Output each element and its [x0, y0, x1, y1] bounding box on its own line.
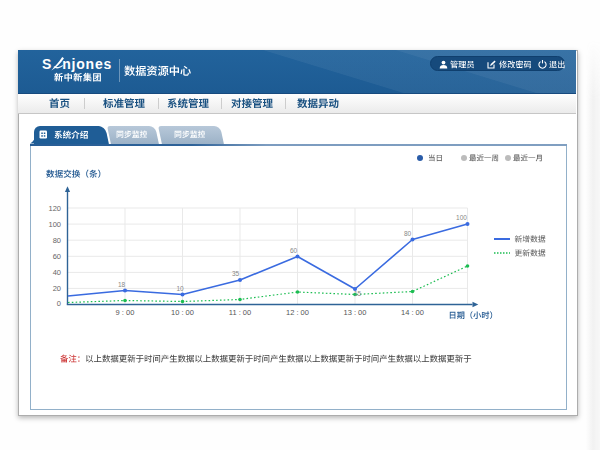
svg-text:15: 15: [354, 290, 362, 297]
svg-text:40: 40: [53, 268, 61, 277]
svg-text:18: 18: [118, 281, 126, 288]
svg-text:60: 60: [53, 252, 61, 261]
svg-text:60: 60: [290, 247, 298, 254]
svg-text:80: 80: [404, 230, 412, 237]
svg-text:0: 0: [57, 299, 61, 308]
svg-text:100: 100: [48, 220, 61, 229]
svg-text:11 : 00: 11 : 00: [229, 308, 251, 317]
svg-text:12 : 00: 12 : 00: [286, 308, 309, 317]
svg-text:14 : 00: 14 : 00: [401, 308, 424, 317]
svg-text:20: 20: [53, 284, 61, 293]
svg-text:120: 120: [48, 204, 61, 213]
svg-text:13 : 00: 13 : 00: [344, 308, 367, 317]
svg-text:10 : 00: 10 : 00: [171, 308, 194, 317]
svg-text:100: 100: [456, 214, 467, 221]
svg-text:80: 80: [53, 236, 61, 245]
svg-text:35: 35: [232, 270, 240, 277]
svg-text:10: 10: [176, 285, 184, 292]
svg-text:9 : 00: 9 : 00: [116, 308, 135, 317]
